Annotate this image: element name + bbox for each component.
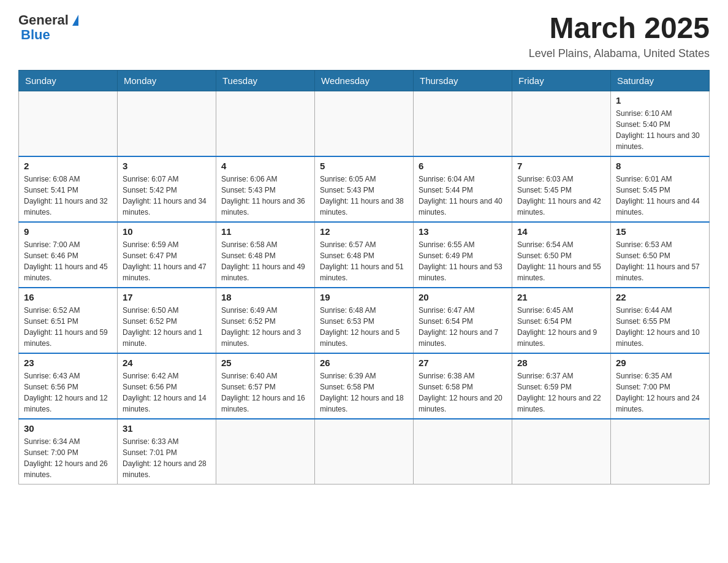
- day-number: 20: [419, 292, 507, 302]
- day-info: Sunrise: 6:44 AMSunset: 6:55 PMDaylight:…: [616, 305, 704, 349]
- day-info: Sunrise: 6:05 AMSunset: 5:43 PMDaylight:…: [320, 174, 408, 218]
- day-info: Sunrise: 6:37 AMSunset: 6:59 PMDaylight:…: [517, 370, 605, 415]
- calendar-day-cell: 13Sunrise: 6:55 AMSunset: 6:49 PMDayligh…: [414, 222, 512, 288]
- calendar-day-header: Friday: [512, 70, 611, 91]
- calendar-day-cell: 23Sunrise: 6:43 AMSunset: 6:56 PMDayligh…: [19, 353, 118, 419]
- calendar-day-cell: 26Sunrise: 6:39 AMSunset: 6:58 PMDayligh…: [315, 353, 414, 419]
- day-info: Sunrise: 6:35 AMSunset: 7:00 PMDaylight:…: [616, 370, 704, 415]
- day-info: Sunrise: 6:49 AMSunset: 6:52 PMDaylight:…: [221, 305, 309, 349]
- calendar-day-header: Thursday: [414, 70, 512, 91]
- day-info: Sunrise: 6:53 AMSunset: 6:50 PMDaylight:…: [616, 239, 704, 283]
- calendar-day-header: Tuesday: [216, 70, 315, 91]
- calendar-day-cell: 27Sunrise: 6:38 AMSunset: 6:58 PMDayligh…: [414, 353, 512, 419]
- calendar-day-cell: 5Sunrise: 6:05 AMSunset: 5:43 PMDaylight…: [315, 156, 414, 222]
- day-info: Sunrise: 6:04 AMSunset: 5:44 PMDaylight:…: [419, 174, 507, 218]
- calendar-day-cell: 10Sunrise: 6:59 AMSunset: 6:47 PMDayligh…: [118, 222, 216, 288]
- calendar-week-row: 1Sunrise: 6:10 AMSunset: 5:40 PMDaylight…: [19, 91, 710, 156]
- day-number: 2: [24, 161, 112, 171]
- day-number: 17: [123, 292, 211, 302]
- day-info: Sunrise: 6:40 AMSunset: 6:57 PMDaylight:…: [221, 370, 309, 415]
- calendar-day-cell: [611, 419, 710, 484]
- day-number: 12: [320, 226, 408, 237]
- day-info: Sunrise: 6:10 AMSunset: 5:40 PMDaylight:…: [616, 108, 704, 152]
- day-number: 28: [517, 358, 605, 368]
- day-info: Sunrise: 6:08 AMSunset: 5:41 PMDaylight:…: [24, 174, 112, 218]
- day-info: Sunrise: 6:45 AMSunset: 6:54 PMDaylight:…: [517, 305, 605, 349]
- calendar-day-cell: 1Sunrise: 6:10 AMSunset: 5:40 PMDaylight…: [611, 91, 710, 156]
- calendar-day-cell: [118, 91, 216, 156]
- calendar-day-cell: 19Sunrise: 6:48 AMSunset: 6:53 PMDayligh…: [315, 288, 414, 353]
- calendar-day-cell: 4Sunrise: 6:06 AMSunset: 5:43 PMDaylight…: [216, 156, 315, 222]
- day-number: 21: [517, 292, 605, 302]
- calendar-day-cell: 22Sunrise: 6:44 AMSunset: 6:55 PMDayligh…: [611, 288, 710, 353]
- calendar-week-row: 30Sunrise: 6:34 AMSunset: 7:00 PMDayligh…: [19, 419, 710, 484]
- day-info: Sunrise: 6:58 AMSunset: 6:48 PMDaylight:…: [221, 239, 309, 283]
- calendar-day-header: Sunday: [19, 70, 118, 91]
- day-number: 22: [616, 292, 704, 302]
- day-info: Sunrise: 6:50 AMSunset: 6:52 PMDaylight:…: [123, 305, 211, 349]
- day-info: Sunrise: 6:01 AMSunset: 5:45 PMDaylight:…: [616, 174, 704, 218]
- calendar-day-header: Wednesday: [315, 70, 414, 91]
- day-number: 25: [221, 358, 309, 368]
- logo-general-text: General: [18, 12, 78, 28]
- day-number: 14: [517, 226, 605, 237]
- day-info: Sunrise: 6:59 AMSunset: 6:47 PMDaylight:…: [123, 239, 211, 283]
- day-number: 16: [24, 292, 112, 302]
- day-number: 9: [24, 226, 112, 237]
- day-number: 15: [616, 226, 704, 237]
- calendar-day-cell: 21Sunrise: 6:45 AMSunset: 6:54 PMDayligh…: [512, 288, 611, 353]
- day-info: Sunrise: 6:48 AMSunset: 6:53 PMDaylight:…: [320, 305, 408, 349]
- day-info: Sunrise: 6:43 AMSunset: 6:56 PMDaylight:…: [24, 370, 112, 415]
- title-area: March 2025 Level Plains, Alabama, United…: [529, 12, 710, 60]
- day-number: 10: [123, 226, 211, 237]
- calendar-day-cell: [414, 91, 512, 156]
- page-header: General Blue March 2025 Level Plains, Al…: [18, 12, 710, 60]
- calendar-week-row: 23Sunrise: 6:43 AMSunset: 6:56 PMDayligh…: [19, 353, 710, 419]
- calendar-day-header: Saturday: [611, 70, 710, 91]
- calendar-week-row: 16Sunrise: 6:52 AMSunset: 6:51 PMDayligh…: [19, 288, 710, 353]
- calendar-day-cell: 29Sunrise: 6:35 AMSunset: 7:00 PMDayligh…: [611, 353, 710, 419]
- day-info: Sunrise: 6:39 AMSunset: 6:58 PMDaylight:…: [320, 370, 408, 415]
- day-info: Sunrise: 6:06 AMSunset: 5:43 PMDaylight:…: [221, 174, 309, 218]
- calendar-day-cell: 9Sunrise: 7:00 AMSunset: 6:46 PMDaylight…: [19, 222, 118, 288]
- calendar-day-cell: 15Sunrise: 6:53 AMSunset: 6:50 PMDayligh…: [611, 222, 710, 288]
- calendar-day-cell: 28Sunrise: 6:37 AMSunset: 6:59 PMDayligh…: [512, 353, 611, 419]
- logo-blue-text: Blue: [18, 27, 50, 43]
- calendar-day-cell: 11Sunrise: 6:58 AMSunset: 6:48 PMDayligh…: [216, 222, 315, 288]
- logo: General Blue: [18, 12, 78, 43]
- day-number: 1: [616, 95, 704, 105]
- month-title: March 2025: [529, 12, 710, 45]
- calendar-day-cell: [414, 419, 512, 484]
- calendar-day-cell: 7Sunrise: 6:03 AMSunset: 5:45 PMDaylight…: [512, 156, 611, 222]
- day-info: Sunrise: 6:38 AMSunset: 6:58 PMDaylight:…: [419, 370, 507, 415]
- calendar-day-cell: 12Sunrise: 6:57 AMSunset: 6:48 PMDayligh…: [315, 222, 414, 288]
- day-number: 19: [320, 292, 408, 302]
- day-number: 27: [419, 358, 507, 368]
- calendar-day-cell: [19, 91, 118, 156]
- calendar-day-cell: [315, 419, 414, 484]
- location-subtitle: Level Plains, Alabama, United States: [529, 47, 710, 60]
- calendar-day-cell: 2Sunrise: 6:08 AMSunset: 5:41 PMDaylight…: [19, 156, 118, 222]
- calendar-day-cell: 25Sunrise: 6:40 AMSunset: 6:57 PMDayligh…: [216, 353, 315, 419]
- calendar-day-cell: 24Sunrise: 6:42 AMSunset: 6:56 PMDayligh…: [118, 353, 216, 419]
- day-info: Sunrise: 7:00 AMSunset: 6:46 PMDaylight:…: [24, 239, 112, 283]
- calendar-day-cell: [216, 419, 315, 484]
- calendar-day-cell: 20Sunrise: 6:47 AMSunset: 6:54 PMDayligh…: [414, 288, 512, 353]
- day-number: 11: [221, 226, 309, 237]
- calendar-day-cell: 17Sunrise: 6:50 AMSunset: 6:52 PMDayligh…: [118, 288, 216, 353]
- day-info: Sunrise: 6:54 AMSunset: 6:50 PMDaylight:…: [517, 239, 605, 283]
- day-number: 13: [419, 226, 507, 237]
- calendar-week-row: 2Sunrise: 6:08 AMSunset: 5:41 PMDaylight…: [19, 156, 710, 222]
- day-number: 3: [123, 161, 211, 171]
- day-number: 24: [123, 358, 211, 368]
- calendar-day-cell: 18Sunrise: 6:49 AMSunset: 6:52 PMDayligh…: [216, 288, 315, 353]
- calendar-day-cell: [512, 419, 611, 484]
- calendar-day-cell: 16Sunrise: 6:52 AMSunset: 6:51 PMDayligh…: [19, 288, 118, 353]
- day-number: 7: [517, 161, 605, 171]
- day-info: Sunrise: 6:57 AMSunset: 6:48 PMDaylight:…: [320, 239, 408, 283]
- day-number: 30: [24, 423, 112, 434]
- calendar-day-cell: 6Sunrise: 6:04 AMSunset: 5:44 PMDaylight…: [414, 156, 512, 222]
- calendar-day-cell: 8Sunrise: 6:01 AMSunset: 5:45 PMDaylight…: [611, 156, 710, 222]
- calendar-header-row: SundayMondayTuesdayWednesdayThursdayFrid…: [19, 70, 710, 91]
- logo-triangle-icon: [72, 15, 78, 26]
